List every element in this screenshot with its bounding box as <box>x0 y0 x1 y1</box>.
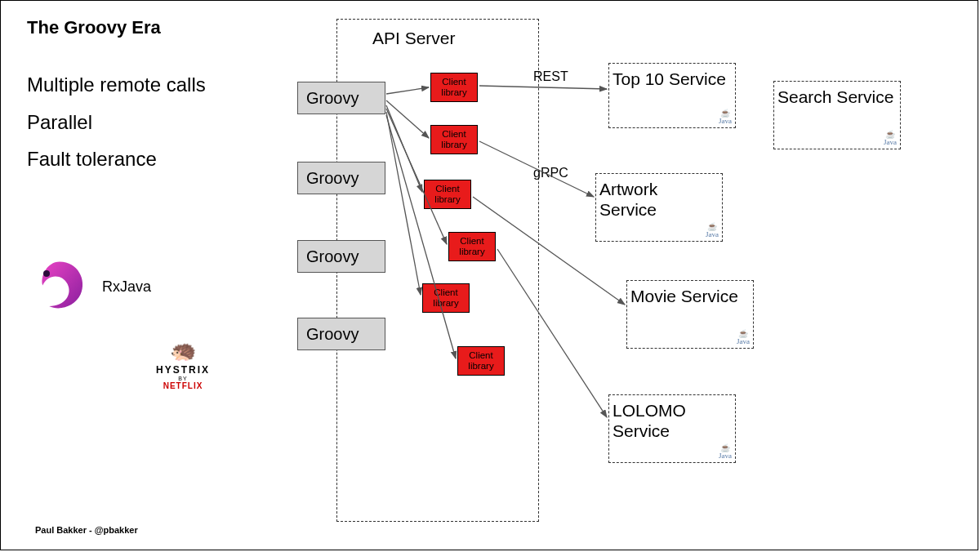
client-library-box-3: Client library <box>424 180 471 209</box>
service-search: Search Service Java <box>773 81 901 149</box>
bullet-item: Fault tolerance <box>27 140 206 178</box>
groovy-box-1: Groovy <box>297 82 385 114</box>
slide-root: The Groovy Era Multiple remote calls Par… <box>0 0 978 550</box>
rxjava-icon <box>27 254 92 319</box>
groovy-box-2: Groovy <box>297 162 385 194</box>
client-library-box-1: Client library <box>430 73 478 102</box>
rxjava-label: RxJava <box>102 278 151 296</box>
hystrix-icon: 🦔 <box>156 340 210 361</box>
client-library-box-2: Client library <box>430 125 478 154</box>
hystrix-name: HYSTRIX <box>156 364 210 376</box>
protocol-rest-label: REST <box>533 69 568 84</box>
java-icon: Java <box>719 443 732 461</box>
java-icon: Java <box>884 130 897 147</box>
bullet-item: Parallel <box>27 104 206 141</box>
bullet-list: Multiple remote calls Parallel Fault tol… <box>27 66 206 178</box>
hystrix-block: 🦔 HYSTRIX BY NETFLIX <box>156 340 210 390</box>
bullet-item: Multiple remote calls <box>27 66 206 104</box>
client-library-box-4: Client library <box>448 232 496 261</box>
slide-footer: Paul Bakker - @pbakker <box>35 525 138 535</box>
rxjava-block: RxJava <box>27 254 151 319</box>
hystrix-brand: NETFLIX <box>156 381 210 390</box>
svg-point-0 <box>43 270 50 277</box>
protocol-grpc-label: gRPC <box>533 166 568 180</box>
java-icon: Java <box>719 109 732 126</box>
java-icon: Java <box>706 222 719 239</box>
service-top10: Top 10 Service Java <box>608 63 736 128</box>
client-library-box-5: Client library <box>422 283 470 313</box>
client-library-box-6: Client library <box>457 346 505 376</box>
slide-title: The Groovy Era <box>27 17 161 38</box>
api-server-label: API Server <box>372 29 456 48</box>
groovy-box-4: Groovy <box>297 318 385 350</box>
service-artwork: Artwork Service Java <box>595 173 723 242</box>
service-movie: Movie Service Java <box>626 280 754 349</box>
java-icon: Java <box>737 329 750 346</box>
service-lolomo: LOLOMO Service Java <box>608 394 736 463</box>
hystrix-by: BY <box>156 376 210 381</box>
groovy-box-3: Groovy <box>297 240 385 273</box>
